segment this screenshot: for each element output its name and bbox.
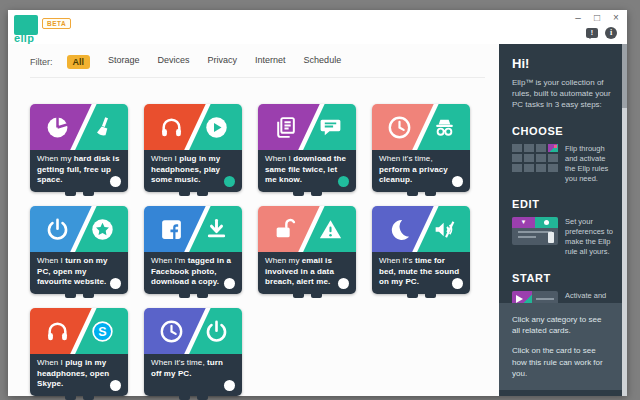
footer-note-categories: Click any category to see all related ca… <box>512 314 609 336</box>
cards-grid: When my hard disk is getting full, free … <box>30 104 490 400</box>
card-caption: When it's time for bed, mute the sound o… <box>379 256 463 288</box>
rule-card[interactable]: When it's time, turn off my PC. <box>144 308 242 400</box>
download-icon <box>193 206 240 252</box>
moon-icon <box>374 206 425 252</box>
filter-options: AllStorageDevicesPrivacyInternetSchedule <box>67 55 342 69</box>
card-notches <box>144 192 242 196</box>
rule-card[interactable]: When I plug in my headphones, play some … <box>144 104 242 196</box>
rule-card[interactable]: When my email is involved in a data brea… <box>258 206 356 298</box>
maximize-button[interactable]: □ <box>592 12 602 24</box>
beta-badge: BETA <box>42 18 71 29</box>
card-caption: When I plug in my headphones, play some … <box>151 154 235 186</box>
card-notches <box>30 294 128 298</box>
clock-icon <box>374 104 425 150</box>
footer-note-cards: Click on the card to see how this rule c… <box>512 345 609 379</box>
card-caption: When it's time, perform a privacy cleanu… <box>379 154 463 186</box>
filter-bar: Filter: AllStorageDevicesPrivacyInternet… <box>30 55 485 78</box>
play-icon <box>193 104 240 150</box>
step-desc-choose: Flip through and activate the Ellp rules… <box>565 144 614 185</box>
clock-icon <box>146 308 197 354</box>
step-title-edit: EDIT <box>512 198 614 210</box>
card-notches <box>372 192 470 196</box>
card-notches <box>258 294 356 298</box>
card-caption: When it's time, turn off my PC. <box>151 358 235 379</box>
rule-card[interactable]: When my hard disk is getting full, free … <box>30 104 128 196</box>
card-caption: When my hard disk is getting full, free … <box>37 154 121 186</box>
sidebar-greeting: Hi! <box>512 56 614 71</box>
rule-card[interactable]: When it's time, perform a privacy cleanu… <box>372 104 470 196</box>
step-title-choose: CHOOSE <box>512 125 614 137</box>
card-toggle[interactable] <box>224 278 235 289</box>
filter-option-schedule[interactable]: Schedule <box>304 55 342 69</box>
star-circle-icon <box>79 206 126 252</box>
card-toggle[interactable] <box>338 278 349 289</box>
close-button[interactable]: × <box>611 12 621 24</box>
pie-chart-icon <box>32 104 83 150</box>
skype-icon: S <box>79 308 126 354</box>
power-icon <box>32 206 83 252</box>
filter-option-all[interactable]: All <box>67 55 91 69</box>
rule-card[interactable]: S When I plug in my headphones, open Sky… <box>30 308 128 400</box>
broom-icon <box>79 104 126 150</box>
card-caption: When I download the same file twice, let… <box>265 154 349 186</box>
headphones-icon <box>146 104 197 150</box>
unlock-icon <box>260 206 311 252</box>
app-window: ellp BETA – □ × ! i Filter: AllStorageDe… <box>8 10 627 396</box>
incognito-icon <box>421 104 468 150</box>
card-toggle[interactable] <box>110 380 121 391</box>
card-toggle[interactable] <box>224 380 235 391</box>
step-desc-edit: Set your preferences to make the Ellp ru… <box>565 217 614 258</box>
card-notches <box>30 192 128 196</box>
rule-card[interactable]: When it's time for bed, mute the sound o… <box>372 206 470 298</box>
filter-option-internet[interactable]: Internet <box>255 55 286 69</box>
step-title-start: START <box>512 272 614 284</box>
card-toggle[interactable] <box>338 176 349 187</box>
warning-icon <box>307 206 354 252</box>
card-caption: When I'm tagged in a Facebook photo, dow… <box>151 256 235 288</box>
card-notches <box>30 396 128 400</box>
card-caption: When I turn on my PC, open my favourite … <box>37 256 121 288</box>
ellp-logo-text: ellp <box>14 32 54 44</box>
card-toggle[interactable] <box>110 278 121 289</box>
titlebar: ellp BETA – □ × ! i <box>8 10 627 44</box>
sidebar-intro: Ellp™ is your collection of rules, built… <box>512 77 614 111</box>
feedback-icon[interactable]: ! <box>586 28 598 38</box>
mute-icon <box>421 206 468 252</box>
card-toggle[interactable] <box>452 176 463 187</box>
filter-option-devices[interactable]: Devices <box>158 55 190 69</box>
card-notches <box>372 294 470 298</box>
scrollbar-thumb[interactable] <box>622 44 627 108</box>
choose-cards-icon <box>512 144 558 172</box>
rule-card[interactable]: When I'm tagged in a Facebook photo, dow… <box>144 206 242 298</box>
card-caption: When my email is involved in a data brea… <box>265 256 349 288</box>
sidebar-footer: Click any category to see all related ca… <box>499 303 622 390</box>
edit-card-icon: ▼ <box>512 217 558 245</box>
svg-text:S: S <box>98 324 106 338</box>
card-toggle[interactable] <box>452 278 463 289</box>
info-icon[interactable]: i <box>605 27 617 39</box>
card-toggle[interactable] <box>224 176 235 187</box>
scrollbar[interactable] <box>622 44 627 396</box>
rule-card[interactable]: When I download the same file twice, let… <box>258 104 356 196</box>
main-content: Filter: AllStorageDevicesPrivacyInternet… <box>8 44 499 396</box>
power-icon <box>193 308 240 354</box>
filter-option-privacy[interactable]: Privacy <box>208 55 238 69</box>
card-caption: When I plug in my headphones, open Skype… <box>37 358 121 390</box>
sidebar: Hi! Ellp™ is your collection of rules, b… <box>499 44 627 396</box>
chat-bubble-icon <box>307 104 354 150</box>
minimize-button[interactable]: – <box>573 12 583 24</box>
facebook-icon <box>146 206 197 252</box>
card-toggle[interactable] <box>110 176 121 187</box>
documents-icon <box>260 104 311 150</box>
filter-label: Filter: <box>30 57 53 67</box>
card-notches <box>144 294 242 298</box>
filter-option-storage[interactable]: Storage <box>108 55 140 69</box>
headphones-icon <box>32 308 83 354</box>
rule-card[interactable]: When I turn on my PC, open my favourite … <box>30 206 128 298</box>
card-notches <box>144 396 242 400</box>
card-notches <box>258 192 356 196</box>
